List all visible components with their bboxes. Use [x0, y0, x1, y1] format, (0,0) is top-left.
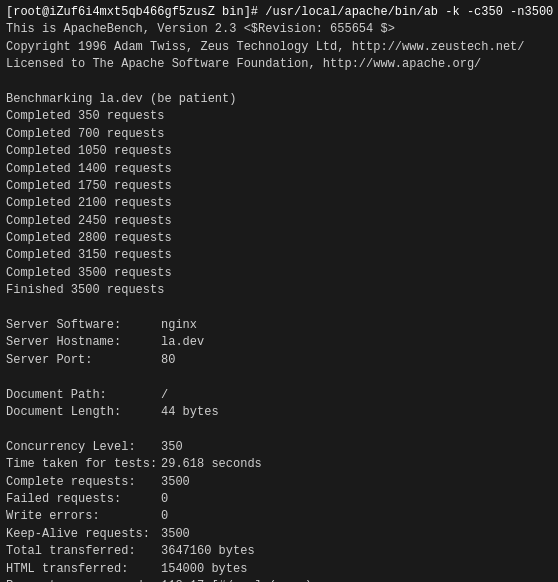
document-path-value: / [161, 388, 168, 402]
progress-700: Completed 700 requests [6, 126, 552, 143]
progress-2450: Completed 2450 requests [6, 213, 552, 230]
document-length-value: 44 bytes [161, 405, 219, 419]
progress-350: Completed 350 requests [6, 108, 552, 125]
progress-3500: Completed 3500 requests [6, 265, 552, 282]
server-port-value: 80 [161, 353, 175, 367]
prompt-line: [root@iZuf6i4mxt5qb466gf5zusZ bin]# /usr… [6, 4, 552, 21]
failed-requests-value: 0 [161, 492, 168, 506]
server-hostname-label: Server Hostname: [6, 334, 161, 351]
progress-3150: Completed 3150 requests [6, 247, 552, 264]
total-transferred-line: Total transferred:3647160 bytes [6, 543, 552, 560]
document-length-line: Document Length:44 bytes [6, 404, 552, 421]
finished-line: Finished 3500 requests [6, 282, 552, 299]
progress-2100: Completed 2100 requests [6, 195, 552, 212]
complete-requests-label: Complete requests: [6, 474, 161, 491]
server-software-line: Server Software:nginx [6, 317, 552, 334]
terminal: [root@iZuf6i4mxt5qb466gf5zusZ bin]# /usr… [0, 0, 558, 582]
copyright-line: Copyright 1996 Adam Twiss, Zeus Technolo… [6, 39, 552, 56]
rps-label: Requests per second: [6, 578, 161, 582]
progress-2800: Completed 2800 requests [6, 230, 552, 247]
progress-1400: Completed 1400 requests [6, 161, 552, 178]
progress-1050: Completed 1050 requests [6, 143, 552, 160]
complete-requests-line: Complete requests:3500 [6, 474, 552, 491]
concurrency-value: 350 [161, 440, 183, 454]
license-line: Licensed to The Apache Software Foundati… [6, 56, 552, 73]
time-taken-value: 29.618 seconds [161, 457, 262, 471]
write-errors-value: 0 [161, 509, 168, 523]
time-taken-line: Time taken for tests:29.618 seconds [6, 456, 552, 473]
benchmarking-line: Benchmarking la.dev (be patient) [6, 91, 552, 108]
server-hostname-value: la.dev [161, 335, 204, 349]
server-hostname-line: Server Hostname:la.dev [6, 334, 552, 351]
html-transferred-value: 154000 bytes [161, 562, 247, 576]
server-port-line: Server Port:80 [6, 352, 552, 369]
document-path-label: Document Path: [6, 387, 161, 404]
concurrency-label: Concurrency Level: [6, 439, 161, 456]
time-taken-label: Time taken for tests: [6, 456, 161, 473]
html-transferred-label: HTML transferred: [6, 561, 161, 578]
complete-requests-value: 3500 [161, 475, 190, 489]
document-length-label: Document Length: [6, 404, 161, 421]
write-errors-label: Write errors: [6, 508, 161, 525]
write-errors-line: Write errors:0 [6, 508, 552, 525]
document-path-line: Document Path:/ [6, 387, 552, 404]
concurrency-line: Concurrency Level:350 [6, 439, 552, 456]
total-transferred-label: Total transferred: [6, 543, 161, 560]
failed-requests-label: Failed requests: [6, 491, 161, 508]
total-transferred-value: 3647160 bytes [161, 544, 255, 558]
keepalive-value: 3500 [161, 527, 190, 541]
progress-1750: Completed 1750 requests [6, 178, 552, 195]
server-software-value: nginx [161, 318, 197, 332]
rps-line: Requests per second:118.17 [#/sec] (mean… [6, 578, 552, 582]
apachebench-version: This is ApacheBench, Version 2.3 <$Revis… [6, 21, 552, 38]
server-software-label: Server Software: [6, 317, 161, 334]
server-port-label: Server Port: [6, 352, 161, 369]
failed-requests-line: Failed requests:0 [6, 491, 552, 508]
keepalive-label: Keep-Alive requests: [6, 526, 161, 543]
html-transferred-line: HTML transferred:154000 bytes [6, 561, 552, 578]
keepalive-line: Keep-Alive requests:3500 [6, 526, 552, 543]
